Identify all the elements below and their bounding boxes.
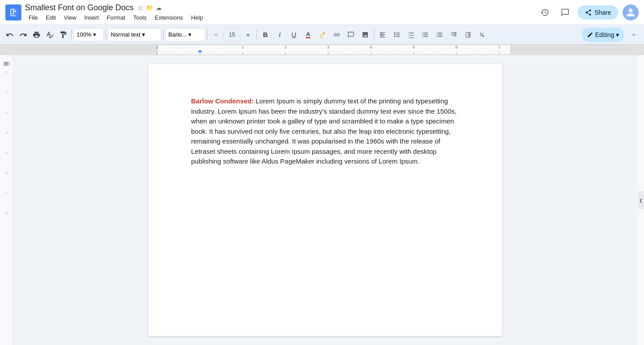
document-area[interactable]: Barlow Condensed: Lorem Ipsum is simply … — [13, 55, 637, 345]
style-select[interactable]: Normal text ▾ — [108, 28, 161, 41]
divider-6 — [374, 29, 374, 40]
style-chevron: ▾ — [142, 31, 145, 38]
line-spacing-button[interactable] — [390, 28, 404, 41]
outline-icon[interactable] — [3, 60, 11, 69]
print-button[interactable] — [30, 28, 43, 42]
title-icons: ☆ 📁 ☁ — [137, 4, 162, 12]
italic-button[interactable]: I — [273, 28, 286, 41]
ruler-num-3: 3 — [0, 111, 13, 115]
paint-format-button[interactable] — [57, 28, 69, 42]
toolbar: 100% ▾ Normal text ▾ Barlo... ▾ − + B I … — [0, 25, 644, 45]
star-icon[interactable]: ☆ — [137, 4, 143, 12]
zoom-chevron: ▾ — [93, 31, 96, 38]
title-row: Smallest Font on Google Docs ☆ 📁 ☁ — [25, 3, 533, 12]
ruler-num-7: 7 — [0, 191, 13, 195]
redo-button[interactable] — [17, 28, 29, 42]
bullet-list-button[interactable] — [419, 28, 432, 41]
divider-3 — [163, 29, 163, 40]
document-content[interactable]: Barlow Condensed: Lorem Ipsum is simply … — [191, 96, 459, 167]
divider-4 — [207, 29, 208, 40]
menu-insert[interactable]: Insert — [81, 13, 102, 22]
document-title[interactable]: Smallest Font on Google Docs — [25, 3, 134, 12]
insert-link-button[interactable] — [330, 28, 343, 41]
ruler-canvas — [0, 45, 644, 55]
indent-decrease-button[interactable] — [447, 28, 461, 41]
title-section: Smallest Font on Google Docs ☆ 📁 ☁ File … — [25, 3, 533, 22]
spellcheck-button[interactable] — [44, 28, 56, 42]
top-bar: Smallest Font on Google Docs ☆ 📁 ☁ File … — [0, 0, 644, 25]
barlow-label: Barlow Condensed: — [191, 97, 254, 105]
style-value: Normal text — [111, 31, 140, 38]
font-size-input[interactable] — [224, 28, 240, 41]
comment-icon[interactable] — [557, 4, 573, 21]
editing-label: Editing — [595, 31, 614, 38]
ruler-num-1: 1 — [0, 70, 13, 74]
bold-button[interactable]: B — [259, 28, 272, 41]
font-size-increase-button[interactable]: + — [241, 28, 255, 41]
divider-1 — [71, 29, 72, 40]
menu-tools[interactable]: Tools — [130, 13, 150, 22]
document-body-text: Lorem Ipsum is simply dummy text of the … — [191, 97, 457, 165]
google-docs-icon — [5, 4, 21, 21]
menu-edit[interactable]: Edit — [42, 13, 59, 22]
collapse-sidebar-arrow[interactable]: ❮ — [638, 191, 644, 209]
menu-file[interactable]: File — [25, 13, 41, 22]
editing-mode-button[interactable]: Editing ▾ — [582, 28, 624, 42]
insert-comment-button[interactable] — [344, 28, 358, 41]
font-value: Barlo... — [168, 31, 187, 38]
history-icon[interactable] — [537, 4, 553, 21]
menu-help[interactable]: Help — [187, 13, 207, 22]
divider-5 — [257, 29, 257, 40]
share-button[interactable]: Share — [578, 5, 618, 20]
left-margin: 1 2 3 4 5 6 7 8 — [0, 55, 13, 345]
menu-bar: File Edit View Insert Format Tools Exten… — [25, 13, 533, 22]
ruler-num-4: 4 — [0, 131, 13, 135]
ruler — [0, 45, 644, 55]
cloud-save-icon: ☁ — [156, 4, 162, 11]
share-label: Share — [595, 9, 611, 16]
checklist-button[interactable] — [404, 28, 418, 41]
ruler-num-5: 5 — [0, 151, 13, 155]
zoom-value: 100% — [77, 31, 91, 38]
indent-increase-button[interactable] — [461, 28, 475, 41]
ruler-num-2: 2 — [0, 90, 13, 94]
insert-image-button[interactable] — [359, 28, 372, 41]
menu-view[interactable]: View — [60, 13, 80, 22]
zoom-select[interactable]: 100% ▾ — [73, 28, 104, 41]
menu-extensions[interactable]: Extensions — [151, 13, 187, 22]
numbered-list-button[interactable] — [433, 28, 446, 41]
divider-2 — [106, 29, 106, 40]
folder-icon[interactable]: 📁 — [146, 4, 153, 11]
text-color-button[interactable]: A — [302, 28, 315, 41]
undo-button[interactable] — [4, 28, 16, 42]
font-size-decrease-button[interactable]: − — [209, 28, 223, 41]
menu-format[interactable]: Format — [103, 13, 129, 22]
top-right: Share — [537, 4, 639, 21]
document-page[interactable]: Barlow Condensed: Lorem Ipsum is simply … — [148, 64, 502, 336]
font-select[interactable]: Barlo... ▾ — [165, 28, 205, 41]
clear-formatting-button[interactable] — [476, 28, 489, 41]
ruler-num-6: 6 — [0, 171, 13, 175]
collapse-toolbar-button[interactable] — [627, 28, 640, 41]
underline-button[interactable]: U — [287, 28, 301, 41]
main-area: 1 2 3 4 5 6 7 8 Barlow Condensed: Lorem … — [0, 55, 644, 345]
align-button[interactable] — [376, 28, 389, 41]
highlight-color-button[interactable] — [316, 28, 329, 41]
ruler-num-8: 8 — [0, 211, 13, 215]
right-panel: ❮ — [637, 55, 644, 345]
font-chevron: ▾ — [188, 31, 192, 38]
user-avatar[interactable] — [623, 4, 639, 21]
editing-chevron: ▾ — [616, 31, 619, 38]
